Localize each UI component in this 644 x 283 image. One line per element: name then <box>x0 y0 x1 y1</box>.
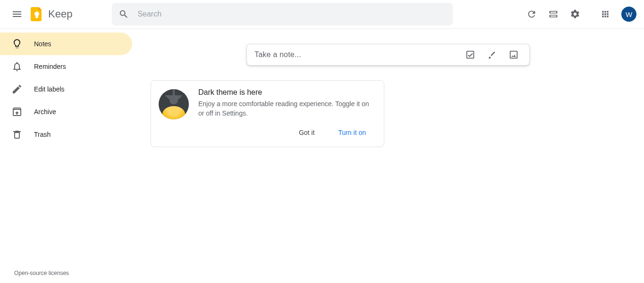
sidebar-item-label: Edit labels <box>34 85 65 93</box>
bulb-icon <box>11 38 34 50</box>
archive-icon <box>11 106 34 117</box>
svg-rect-2 <box>550 12 557 13</box>
svg-rect-1 <box>35 16 38 18</box>
refresh-button[interactable] <box>522 5 541 24</box>
list-view-button[interactable] <box>544 5 563 24</box>
sidebar-item-label: Archive <box>34 108 56 116</box>
gear-icon <box>570 9 580 19</box>
sidebar-item-archive[interactable]: Archive <box>0 100 132 123</box>
image-icon <box>508 50 519 60</box>
sidebar-item-notes[interactable]: Notes <box>0 33 132 55</box>
sidebar: Notes Reminders Edit labels Archive Tras… <box>0 33 132 283</box>
avatar-initial: W <box>626 10 632 18</box>
new-image-note-button[interactable] <box>503 44 525 66</box>
pencil-icon <box>11 83 34 95</box>
main-menu-button[interactable] <box>6 3 28 25</box>
keep-logo-icon <box>27 5 46 24</box>
bell-icon <box>11 61 34 72</box>
apps-grid-icon <box>601 9 610 19</box>
take-note-placeholder[interactable]: Take a note... <box>254 50 459 59</box>
refresh-icon <box>526 9 537 19</box>
settings-button[interactable] <box>566 5 585 24</box>
new-list-button[interactable] <box>459 44 481 66</box>
take-note-actions <box>459 44 522 66</box>
sidebar-item-reminders[interactable]: Reminders <box>0 55 132 78</box>
dark-theme-promo-card: Dark theme is here Enjoy a more comforta… <box>151 80 384 147</box>
take-note-box[interactable]: Take a note... <box>246 44 530 66</box>
sidebar-item-edit-labels[interactable]: Edit labels <box>0 78 132 100</box>
hamburger-icon <box>11 8 23 20</box>
lamp-illustration <box>159 89 189 119</box>
promo-body: Enjoy a more comfortable reading experie… <box>198 100 373 118</box>
google-apps-button[interactable] <box>596 5 615 24</box>
sidebar-item-trash[interactable]: Trash <box>0 123 132 146</box>
open-source-licenses-link[interactable]: Open-source licenses <box>14 270 69 276</box>
account-avatar[interactable]: W <box>621 7 636 22</box>
product-name: Keep <box>48 8 72 20</box>
search-bar[interactable] <box>112 3 453 25</box>
promo-dismiss-button[interactable]: Got it <box>292 125 321 140</box>
app-header: Keep W <box>0 0 644 29</box>
header-actions: W <box>519 5 636 24</box>
brush-icon <box>487 50 497 60</box>
new-drawing-button[interactable] <box>481 44 503 66</box>
checkbox-icon <box>465 50 475 60</box>
sidebar-item-label: Reminders <box>34 63 66 70</box>
list-view-icon <box>548 9 559 19</box>
search-icon <box>119 9 137 19</box>
trash-icon <box>11 129 34 140</box>
sidebar-item-label: Trash <box>34 131 51 138</box>
promo-title: Dark theme is here <box>198 88 373 97</box>
promo-action-button[interactable]: Turn it on <box>331 125 373 140</box>
svg-point-0 <box>34 12 39 17</box>
search-input[interactable] <box>137 3 453 25</box>
product-logo-block[interactable]: Keep <box>27 5 72 24</box>
sidebar-item-label: Notes <box>34 40 51 48</box>
svg-rect-3 <box>550 16 557 17</box>
